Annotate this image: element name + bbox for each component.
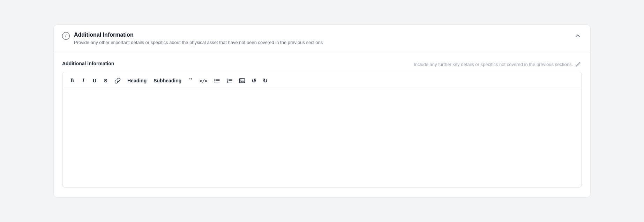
link-icon <box>114 77 121 84</box>
section-subtitle: Provide any other important details or s… <box>74 39 323 46</box>
section-header: i Additional Information Provide any oth… <box>54 25 590 52</box>
editor-toolbar: B I U S Heading <box>62 72 582 89</box>
bullet-list-button[interactable] <box>211 76 223 86</box>
edit-hint-button[interactable] <box>575 61 582 68</box>
chevron-up-icon <box>575 33 581 39</box>
undo-button[interactable]: ↺ <box>249 76 259 86</box>
info-icon: i <box>62 32 70 40</box>
italic-button[interactable]: I <box>78 76 88 86</box>
section-header-left: i Additional Information Provide any oth… <box>62 32 323 46</box>
code-button[interactable]: </> <box>197 76 210 86</box>
heading-button[interactable]: Heading <box>125 76 149 86</box>
field-label: Additional information <box>62 61 114 66</box>
strikethrough-button[interactable]: S <box>101 76 111 86</box>
numbered-list-icon: 1. 2. 3. <box>226 77 233 84</box>
svg-text:3.: 3. <box>227 81 229 83</box>
numbered-list-button[interactable]: 1. 2. 3. <box>224 76 235 86</box>
link-button[interactable] <box>112 76 123 86</box>
field-hint-text: Include any further key details or speci… <box>414 62 573 67</box>
section-body: Additional information Include any furth… <box>54 52 590 197</box>
image-icon <box>239 77 245 84</box>
bullet-list-icon <box>214 77 220 84</box>
field-row: Additional information Include any furth… <box>62 61 582 68</box>
collapse-button[interactable] <box>574 32 582 40</box>
blockquote-button[interactable]: " <box>186 76 195 86</box>
editor-container: B I U S Heading <box>62 72 582 187</box>
underline-button[interactable]: U <box>90 76 99 86</box>
svg-rect-12 <box>239 79 245 83</box>
subheading-button[interactable]: Subheading <box>151 76 184 86</box>
section-title-group: Additional Information Provide any other… <box>74 32 323 46</box>
additional-information-card: i Additional Information Provide any oth… <box>53 24 591 198</box>
svg-point-4 <box>214 82 215 83</box>
editor-content-area[interactable] <box>62 89 582 187</box>
svg-point-13 <box>240 80 241 81</box>
field-hint: Include any further key details or speci… <box>414 61 582 68</box>
bold-button[interactable]: B <box>67 76 77 86</box>
pencil-icon <box>576 61 581 67</box>
svg-point-0 <box>214 79 215 80</box>
image-button[interactable] <box>237 76 248 86</box>
svg-point-2 <box>214 80 215 81</box>
section-title: Additional Information <box>74 32 323 38</box>
redo-button[interactable]: ↻ <box>260 76 270 86</box>
